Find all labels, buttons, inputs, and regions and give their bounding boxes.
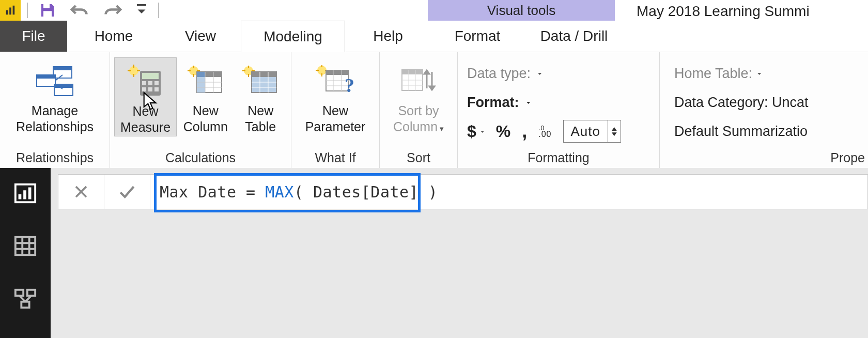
tab-help[interactable]: Help [345,21,431,52]
new-table-icon [242,60,278,101]
formula-input[interactable]: Max Date = MAX( Dates[Date] ) [150,183,867,201]
currency-icon: $ [467,122,476,141]
button-label: Manage Relationships [16,103,94,135]
app-icon [0,0,21,21]
home-table-dropdown[interactable]: Home Table: ▾ [674,59,762,88]
tab-file[interactable]: File [0,21,67,52]
svg-rect-1 [9,8,11,15]
svg-rect-4 [43,11,52,17]
thousand-separator-button[interactable]: , [522,120,527,142]
default-summarization-label: Default Summarizatio [674,124,808,140]
redo-icon[interactable] [103,3,122,18]
dropdown-icon: ▾ [538,71,542,76]
dropdown-icon: ▾ [440,124,444,133]
svg-rect-2 [13,6,15,14]
qat-separator [158,3,159,18]
new-parameter-button[interactable]: ? New Parameter [297,57,374,135]
new-measure-button[interactable]: New Measure [114,57,177,136]
svg-rect-72 [19,194,22,199]
svg-rect-74 [28,188,32,199]
svg-rect-7 [53,67,72,70]
formula-text-suffix: ( Dates[Date] ) [294,183,438,201]
decimal-places-spinner[interactable]: Auto ▲▼ [563,120,622,143]
tab-view[interactable]: View [160,21,241,52]
left-rail [0,168,51,338]
model-view-button[interactable] [11,285,39,313]
ribbon-tabs: File Home View Modeling Help Format Data… [0,21,868,52]
svg-rect-73 [23,190,26,199]
default-summarization-dropdown[interactable]: Default Summarizatio [674,117,808,146]
svg-rect-22 [148,81,152,85]
data-type-dropdown[interactable]: Data type: ▾ [467,59,542,88]
relationships-icon [34,60,76,101]
new-column-button[interactable]: New Column [177,57,234,135]
new-parameter-icon: ? [315,60,356,101]
tab-format[interactable]: Format [431,21,524,52]
currency-format-button[interactable]: $ ▾ [467,122,485,141]
group-label-formatting: Formatting [458,148,659,168]
button-label: New Column [183,103,228,135]
svg-rect-80 [16,290,23,296]
contextual-tab-header: Visual tools [428,0,615,21]
tab-data-drill[interactable]: Data / Drill [524,21,624,52]
format-dropdown[interactable]: Format: ▾ [467,88,531,117]
group-label-relationships: Relationships [0,148,110,168]
sort-icon [400,60,437,101]
button-label: New Table [245,103,276,135]
report-view-button[interactable] [11,179,39,207]
svg-rect-46 [252,72,276,77]
group-label-properties: Prope [660,148,868,168]
spinner-arrows[interactable]: ▲▼ [608,120,621,142]
manage-relationships-button[interactable]: Manage Relationships [6,57,104,135]
svg-text:?: ? [345,74,354,96]
button-label: Sort by Column▾ [393,103,444,135]
format-label: Format: [467,95,519,111]
formula-commit-button[interactable] [104,175,150,209]
svg-rect-82 [21,302,29,308]
decimals-icon[interactable]: .0 .00 [538,125,551,137]
tab-home[interactable]: Home [67,21,160,52]
formula-bar: Max Date = MAX( Dates[Date] ) [58,174,868,209]
data-type-label: Data type: [467,66,531,82]
undo-icon[interactable] [70,3,89,18]
svg-rect-24 [142,87,146,91]
new-table-button[interactable]: New Table [234,57,287,135]
group-label-whatif: What If [291,148,379,168]
tab-modeling[interactable]: Modeling [241,21,345,52]
svg-rect-9 [37,75,55,79]
group-label-sort: Sort [380,148,457,168]
svg-rect-3 [43,4,50,8]
dropdown-icon: ▾ [757,71,762,76]
sort-by-column-button[interactable]: Sort by Column▾ [384,57,453,135]
qat-separator [27,3,28,18]
percent-format-button[interactable]: % [496,122,510,141]
svg-rect-0 [6,10,8,14]
spinner-value: Auto [564,124,608,140]
group-label-calculations: Calculations [110,148,291,168]
button-label: New Parameter [305,103,366,135]
customize-qat-icon[interactable] [136,4,147,17]
svg-rect-25 [148,87,152,91]
save-icon[interactable] [39,2,56,19]
dropdown-icon: ▾ [526,100,531,105]
formula-cancel-button[interactable] [58,175,104,209]
dropdown-icon: ▾ [481,129,485,134]
document-title: May 2018 Learning Summi [637,3,810,20]
svg-rect-20 [142,73,159,79]
svg-rect-81 [27,290,35,296]
ribbon: Manage Relationships Relationships New M… [0,52,868,168]
svg-rect-64 [402,70,423,74]
svg-rect-75 [16,237,35,255]
data-category-label: Data Category: Uncat [674,95,809,111]
svg-rect-21 [142,81,146,85]
data-view-button[interactable] [11,232,39,260]
svg-rect-35 [197,72,205,77]
workspace: Max Date = MAX( Dates[Date] ) [0,168,868,338]
report-canvas[interactable]: Max Date = MAX( Dates[Date] ) [51,168,868,338]
svg-rect-5 [137,4,146,6]
new-measure-icon [128,61,164,101]
formula-text-prefix: Max Date = [160,183,265,201]
button-label: New Measure [120,103,171,136]
home-table-label: Home Table: [674,66,752,82]
data-category-dropdown[interactable]: Data Category: Uncat [674,88,809,117]
